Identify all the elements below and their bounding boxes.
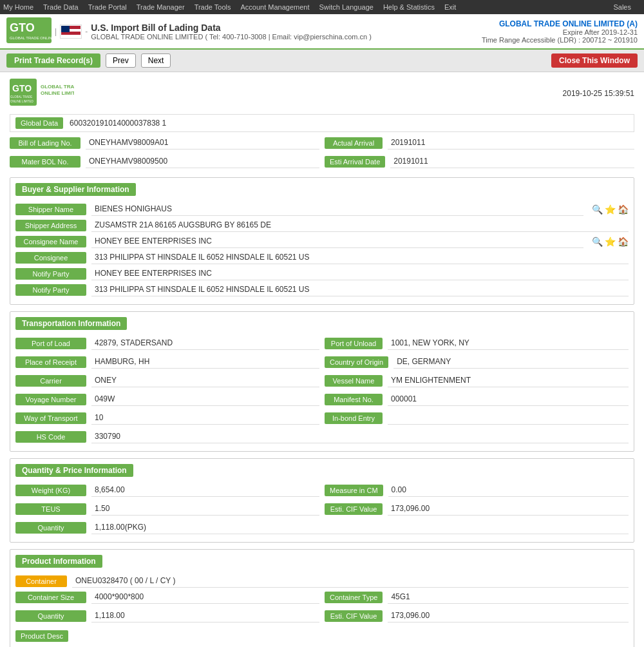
svg-text:GLOBAL TRADE: GLOBAL TRADE <box>41 84 74 90</box>
vessel-name-value: YM ENLIGHTENMENT <box>388 374 629 387</box>
measure-cm-label: Measure in CM <box>325 485 383 496</box>
shipper-icons: 🔍 ⭐ 🏠 <box>592 204 629 215</box>
vessel-name-label: Vessel Name <box>325 375 383 387</box>
toolbar: Print Trade Record(s) Prev Next Close Th… <box>0 50 644 72</box>
global-data-label: Global Data <box>15 117 63 129</box>
svg-text:GTO: GTO <box>10 21 35 34</box>
hs-code-label: HS Code <box>15 431 86 443</box>
prev-button[interactable]: Prev <box>106 53 136 68</box>
main-content: GTO GLOBAL TRADE ONLINE LIMITED GLOBAL T… <box>0 72 644 647</box>
container-label: Container <box>15 575 67 587</box>
shipper-name-row: Shipper Name BIENES HONIGHAUS 🔍 ⭐ 🏠 <box>15 202 629 216</box>
global-data-value: 600320191014000037838 1 <box>70 119 166 128</box>
header-title: U.S. Import Bill of Lading Data <box>91 23 372 33</box>
place-receipt-value: HAMBURG, HH <box>91 355 319 369</box>
nav-trade-manager[interactable]: Trade Manager <box>137 3 185 11</box>
shipper-star-icon[interactable]: ⭐ <box>605 204 616 215</box>
nav-help-statistics[interactable]: Help & Statistics <box>383 3 435 11</box>
consignee-name-row: Consignee Name HONEY BEE ENTERPRISES INC… <box>15 235 629 248</box>
esti-arrival-label: Esti Arrival Date <box>325 156 385 168</box>
header-contact: GLOBAL TRADE ONLINE LIMITED ( Tel: 400-7… <box>91 33 372 41</box>
product-info-section: Product Information Container ONEU032847… <box>10 549 634 647</box>
close-button[interactable]: Close This Window <box>551 53 638 68</box>
product-desc-label: Product Desc <box>15 630 68 642</box>
consignee-icons: 🔍 ⭐ 🏠 <box>592 237 629 247</box>
svg-text:GLOBAL TRADE: GLOBAL TRADE <box>10 95 32 99</box>
consignee-home-icon[interactable]: 🏠 <box>618 237 629 247</box>
shipper-address-value: ZUSAMSTR 21A 86165 AUGSBURG BY 86165 DE <box>91 218 629 232</box>
weight-value: 8,654.00 <box>91 483 319 497</box>
container-value: ONEU0328470 ( 00 / L / CY ) <box>72 574 629 588</box>
buyer-supplier-section: Buyer & Supplier Information Shipper Nam… <box>10 177 634 305</box>
mater-bol-label: Mater BOL No. <box>10 156 80 168</box>
consignee-row: Consignee 313 PHILIPPA ST HINSDALE IL 60… <box>15 251 629 264</box>
port-unload-value: 1001, NEW YORK, NY <box>388 336 629 350</box>
quantity-price-section: Quantity & Price Information Weight (KG)… <box>10 458 634 543</box>
buyer-supplier-title: Buyer & Supplier Information <box>15 183 136 196</box>
teus-value: 1.50 <box>91 502 319 516</box>
expire-info: Expire After 2019-12-31 <box>482 28 638 36</box>
quantity-row: Quantity 1,118.00(PKG) <box>15 521 629 534</box>
next-button[interactable]: Next <box>141 53 171 68</box>
consignee-value: 313 PHILIPPA ST HINSDALE IL 6052 HINSDAL… <box>91 251 629 264</box>
place-receipt-label: Place of Receipt <box>15 356 86 368</box>
voyage-number-value: 049W <box>91 392 319 406</box>
nav-sales[interactable]: Sales <box>613 3 631 11</box>
product-esti-cif-value: 173,096.00 <box>388 609 629 623</box>
actual-arrival-label: Actual Arrival <box>325 137 383 149</box>
product-desc-section: Product Desc COSMETIC LOTION, COSMETIC B… <box>15 628 629 647</box>
consignee-name-value: HONEY BEE ENTERPRISES INC <box>91 235 583 248</box>
time-range-info: Time Range Accessible (LDR) : 200712 ~ 2… <box>482 36 638 44</box>
notify-party2-label: Notify Party <box>15 284 86 296</box>
header-account-info: GLOBAL TRADE ONLINE LIMITED (A) Expire A… <box>482 19 638 44</box>
svg-text:ONLINE LIMITED: ONLINE LIMITED <box>41 90 74 96</box>
record-logo: GTO GLOBAL TRADE ONLINE LIMITED GLOBAL T… <box>10 79 74 108</box>
shipper-home-icon[interactable]: 🏠 <box>618 204 629 215</box>
nav-switch-language[interactable]: Switch Language <box>319 3 374 11</box>
mater-bol-value: ONEYHAMV98009500 <box>86 155 319 168</box>
global-data-row: Global Data 600320191014000037838 1 <box>10 114 634 132</box>
print-button[interactable]: Print Trade Record(s) <box>6 53 100 68</box>
nav-exit[interactable]: Exit <box>444 3 456 11</box>
consignee-star-icon[interactable]: ⭐ <box>605 237 616 247</box>
svg-text:GLOBAL TRADE ONLINE: GLOBAL TRADE ONLINE <box>10 36 52 40</box>
notify-party-label: Notify Party <box>15 268 86 280</box>
notify-party2-row: Notify Party 313 PHILIPPA ST HINSDALE IL… <box>15 283 629 296</box>
shipper-name-label: Shipper Name <box>15 204 86 215</box>
voyage-number-label: Voyage Number <box>15 394 86 405</box>
consignee-search-icon[interactable]: 🔍 <box>592 237 603 247</box>
svg-text:ONLINE LIMITED: ONLINE LIMITED <box>10 100 34 103</box>
esti-cif-label: Esti. CIF Value <box>325 503 383 515</box>
nav-trade-data[interactable]: Trade Data <box>43 3 79 11</box>
nav-trade-portal[interactable]: Trade Portal <box>88 3 127 11</box>
port-load-label: Port of Load <box>15 338 86 349</box>
hs-code-value: 330790 <box>91 430 629 443</box>
notify-party2-value: 313 PHILIPPA ST HINSDALE IL 6052 HINSDAL… <box>91 283 629 296</box>
esti-arrival-value: 20191011 <box>390 155 634 168</box>
measure-cm-value: 0.00 <box>388 483 629 497</box>
manifest-no-label: Manifest No. <box>325 394 383 405</box>
notify-party-row: Notify Party HONEY BEE ENTERPRISES INC <box>15 267 629 280</box>
container-size-label: Container Size <box>15 592 86 603</box>
country-origin-value: DE, GERMANY <box>393 355 629 369</box>
consignee-label: Consignee <box>15 252 86 264</box>
transportation-title: Transportation Information <box>15 317 127 330</box>
container-row: Container ONEU0328470 ( 00 / L / CY ) <box>15 574 629 588</box>
country-origin-label: Country of Origin <box>325 356 388 368</box>
product-quantity-label: Quantity <box>15 610 86 622</box>
quantity-label: Quantity <box>15 522 86 534</box>
nav-account-management[interactable]: Account Management <box>241 3 310 11</box>
shipper-search-icon[interactable]: 🔍 <box>592 204 603 215</box>
port-unload-label: Port of Unload <box>325 338 383 349</box>
logo: GTO GLOBAL TRADE ONLINE <box>6 17 52 45</box>
shipper-name-value: BIENES HONIGHAUS <box>91 202 583 216</box>
logo-area: GTO GLOBAL TRADE ONLINE | - U.S. Import … <box>6 17 372 45</box>
container-size-value: 4000*900*800 <box>91 590 319 604</box>
nav-trade-tools[interactable]: Trade Tools <box>194 3 231 11</box>
page-header: GTO GLOBAL TRADE ONLINE | - U.S. Import … <box>0 14 644 50</box>
bol-value: ONEYHAMV98009A01 <box>86 136 319 150</box>
manifest-no-value: 000001 <box>388 392 629 406</box>
product-info-title: Product Information <box>15 555 102 568</box>
svg-text:GTO: GTO <box>12 83 32 93</box>
nav-my-home[interactable]: My Home <box>3 3 33 11</box>
